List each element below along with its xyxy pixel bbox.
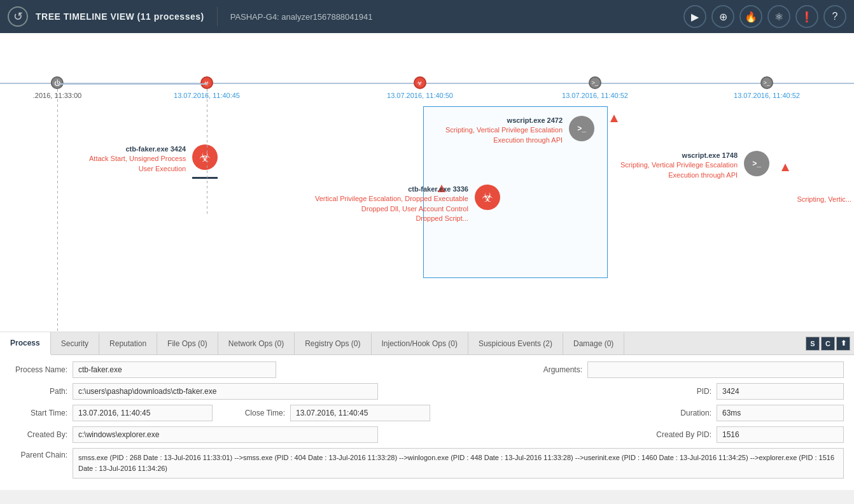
proc-label-ctb3336: ctb-faker.exe 3336 Vertical Privilege Es… [315,185,468,224]
proc-desc-ctb3336: Vertical Privilege Escalation, Dropped E… [315,194,468,223]
vline-ctb3424 [207,89,207,216]
tabs-right: S C ⬆ [806,337,854,351]
process-name-input[interactable] [73,361,276,378]
proc-underline [192,177,218,179]
duration-label: Duration: [667,409,711,417]
timeline-date-3: 13.07.2016, 11:40:52 [562,92,628,99]
proc-node-ctb3424: ctb-faker.exe 3424 Attack Start, Unsigne… [89,144,218,174]
row-path: Path: PID: [10,383,844,400]
proc-desc-wscript2472: Scripting, Vertical Privilege Escalation… [445,125,563,145]
row-created-by: Created By: Created By PID: [10,426,844,443]
created-by-pid-input[interactable] [717,426,844,443]
duration-input[interactable] [717,405,844,421]
tab-reputation[interactable]: Reputation [99,333,157,354]
proc-node-wscript1748: wscript.exe 1748 Scripting, Vertical Pri… [620,151,769,180]
timeline-area: ⏻ .2016, 11:33:00 ☣ 13.07.2016, 11:40:45… [0,33,854,332]
proc-label-wscript1748: wscript.exe 1748 Scripting, Vertical Pri… [620,151,738,180]
proc-desc-ctb3424: Attack Start, Unsigned ProcessUser Execu… [89,154,186,174]
arrow-wscript1748 [781,164,789,171]
path-input[interactable] [73,383,378,400]
back-icon[interactable]: ↺ [8,6,28,27]
proc-icon-ctb3336: ☣ [475,185,500,210]
created-by-label: Created By: [10,430,67,439]
row-parent-chain: Parent Chain: smss.exe (PID : 268 Date :… [10,448,844,479]
arrow-wscript2472 [610,115,618,122]
target-icon[interactable]: ⊕ [711,5,734,28]
tabs-bar: Process Security Reputation File Ops (0)… [0,332,854,355]
tab-damage[interactable]: Damage (0) [563,333,624,354]
flame-icon[interactable]: 🔥 [739,5,762,28]
timeline-node-2: ☣ 13.07.2016, 11:40:50 [387,76,453,99]
created-by-input[interactable] [73,426,378,443]
analyzer-label: PASHAP-G4: analyzer1567888041941 [230,12,373,22]
pid-label: PID: [680,387,711,396]
close-time-label: Close Time: [228,409,285,417]
tab-c-btn[interactable]: C [821,337,835,351]
row-process-name: Process Name: Arguments: [10,361,844,378]
tab-registry-ops[interactable]: Registry Ops (0) [295,333,371,354]
timeline-dot-3: >_ [589,76,601,89]
tab-s-btn[interactable]: S [806,337,820,351]
path-label: Path: [10,387,67,396]
close-time-input[interactable] [290,405,430,421]
proc-label-ctb3424: ctb-faker.exe 3424 Attack Start, Unsigne… [89,144,186,174]
tab-network-ops[interactable]: Network Ops (0) [218,333,295,354]
proc-name-ctb3424: ctb-faker.exe 3424 [89,144,186,154]
timeline-dot-0: ⏻ [51,76,64,89]
arguments-label: Arguments: [531,365,582,374]
start-time-label: Start Time: [10,409,67,417]
process-name-label: Process Name: [10,365,67,374]
parent-chain-label: Parent Chain: [10,451,67,459]
play-icon[interactable]: ▶ [683,5,706,28]
scripting-vertic-label: Scripting, Vertic... [797,195,854,203]
timeline-date-2: 13.07.2016, 11:40:50 [387,92,453,99]
proc-icon-wscript2472: >_ [569,116,594,141]
header: ↺ TREE TIMELINE VIEW (11 processes) PASH… [0,0,854,33]
vline-0 [57,89,58,332]
proc-name-ctb3336: ctb-faker.exe 3336 [315,185,468,194]
separator [217,7,218,26]
atom-icon[interactable]: ⚛ [767,5,790,28]
page-title: TREE TIMELINE VIEW (11 processes) [36,11,204,22]
created-by-pid-label: Created By PID: [641,430,711,439]
proc-desc-wscript1748: Scripting, Vertical Privilege Escalation… [620,160,738,180]
alert-icon[interactable]: ❗ [795,5,818,28]
hline-0-1 [57,83,207,85]
proc-icon-wscript1748: >_ [744,151,769,176]
form-area: Process Name: Arguments: Path: PID: Star… [0,355,854,490]
timeline-dot-4: >_ [760,76,773,89]
timeline-node-4: >_ 13.07.2016, 11:40:52 [734,76,800,99]
bottom-panel: Process Security Reputation File Ops (0)… [0,332,854,490]
proc-node-ctb3336: ctb-faker.exe 3336 Vertical Privilege Es… [315,185,500,224]
row-times: Start Time: Close Time: Duration: [10,405,844,421]
parent-chain-value: smss.exe (PID : 268 Date : 13-Jul-2016 1… [73,448,844,479]
timeline-dot-1: ☣ [200,76,213,89]
tab-suspicious-events[interactable]: Suspicious Events (2) [468,333,563,354]
action-buttons: ▶ ⊕ 🔥 ⚛ ❗ ? [683,5,846,28]
tab-injection-hook-ops[interactable]: Injection/Hook Ops (0) [372,333,468,354]
pid-input[interactable] [717,383,844,400]
tab-process[interactable]: Process [0,332,51,355]
timeline-dot-2: ☣ [414,76,426,89]
tab-security[interactable]: Security [51,333,99,354]
question-icon[interactable]: ? [823,5,846,28]
proc-name-wscript1748: wscript.exe 1748 [620,151,738,160]
tab-expand-btn[interactable]: ⬆ [836,337,850,351]
tab-file-ops[interactable]: File Ops (0) [157,333,218,354]
timeline-node-3: >_ 13.07.2016, 11:40:52 [562,76,628,99]
proc-node-wscript2472: wscript.exe 2472 Scripting, Vertical Pri… [445,116,594,145]
proc-icon-ctb3424: ☣ [192,144,218,170]
start-time-input[interactable] [73,405,213,421]
proc-label-wscript2472: wscript.exe 2472 Scripting, Vertical Pri… [445,116,563,145]
arguments-input[interactable] [587,361,844,378]
proc-name-wscript2472: wscript.exe 2472 [445,116,563,125]
timeline-date-4: 13.07.2016, 11:40:52 [734,92,800,99]
